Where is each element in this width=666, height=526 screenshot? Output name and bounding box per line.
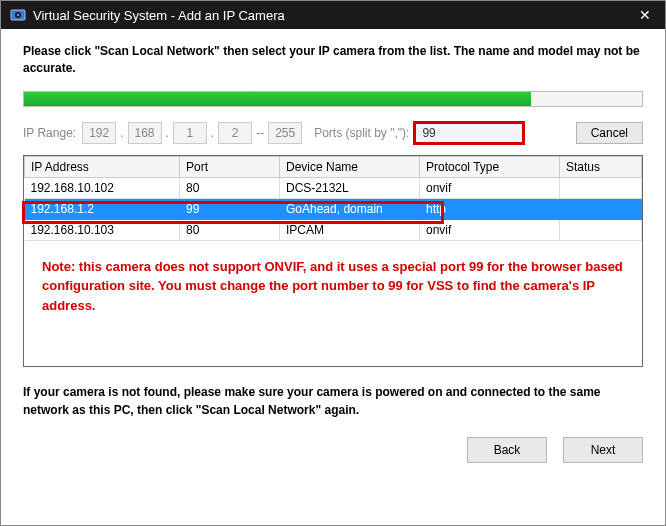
col-device[interactable]: Device Name xyxy=(280,156,420,177)
ip-range-label: IP Range: xyxy=(23,126,76,140)
ip-octet-3[interactable] xyxy=(173,122,207,144)
cell-device: IPCAM xyxy=(280,219,420,240)
back-button[interactable]: Back xyxy=(467,437,547,463)
titlebar: Virtual Security System - Add an IP Came… xyxy=(1,1,665,29)
cell-port: 80 xyxy=(180,177,280,198)
footer: Back Next xyxy=(1,429,665,477)
cell-proto: onvif xyxy=(420,219,560,240)
footer-spacer xyxy=(39,437,129,461)
ports-label: Ports (split by ","): xyxy=(314,126,409,140)
window-title: Virtual Security System - Add an IP Came… xyxy=(33,8,285,23)
dot: . xyxy=(166,126,169,140)
close-icon[interactable]: ✕ xyxy=(633,7,657,23)
cell-port: 80 xyxy=(180,219,280,240)
cell-port: 99 xyxy=(180,198,280,219)
dot: . xyxy=(120,126,123,140)
table-row[interactable]: 192.168.1.2 99 GoAhead, domain http xyxy=(25,198,642,219)
scan-progress-bar xyxy=(23,91,643,107)
cell-status xyxy=(560,177,642,198)
cell-status xyxy=(560,219,642,240)
cell-ip: 192.168.10.103 xyxy=(25,219,180,240)
dot: . xyxy=(211,126,214,140)
progress-fill xyxy=(24,92,531,106)
cell-proto: onvif xyxy=(420,177,560,198)
range-dash: -- xyxy=(256,126,264,140)
help-text: If your camera is not found, please make… xyxy=(23,383,643,419)
cell-device: DCS-2132L xyxy=(280,177,420,198)
cancel-button[interactable]: Cancel xyxy=(576,122,643,144)
annotation-note: Note: this camera does not support ONVIF… xyxy=(24,241,642,324)
cell-device: GoAhead, domain xyxy=(280,198,420,219)
ports-input[interactable] xyxy=(413,121,525,145)
content-area: Please click "Scan Local Network" then s… xyxy=(1,29,665,429)
instructions-text: Please click "Scan Local Network" then s… xyxy=(23,43,643,77)
svg-point-2 xyxy=(17,14,19,16)
cell-ip: 192.168.1.2 xyxy=(25,198,180,219)
cell-ip: 192.168.10.102 xyxy=(25,177,180,198)
camera-table: IP Address Port Device Name Protocol Typ… xyxy=(24,156,642,241)
table-row[interactable]: 192.168.10.102 80 DCS-2132L onvif xyxy=(25,177,642,198)
camera-table-wrap: IP Address Port Device Name Protocol Typ… xyxy=(23,155,643,367)
next-button[interactable]: Next xyxy=(563,437,643,463)
col-status[interactable]: Status xyxy=(560,156,642,177)
table-row[interactable]: 192.168.10.103 80 IPCAM onvif xyxy=(25,219,642,240)
cell-proto: http xyxy=(420,198,560,219)
ip-range-row: IP Range: . . . -- Ports (split by ","):… xyxy=(23,121,643,145)
app-icon xyxy=(9,6,27,24)
ip-octet-1[interactable] xyxy=(82,122,116,144)
ip-octet-4a[interactable] xyxy=(218,122,252,144)
col-ip[interactable]: IP Address xyxy=(25,156,180,177)
ip-octet-4b[interactable] xyxy=(268,122,302,144)
col-proto[interactable]: Protocol Type xyxy=(420,156,560,177)
cell-status xyxy=(560,198,642,219)
col-port[interactable]: Port xyxy=(180,156,280,177)
ip-octet-2[interactable] xyxy=(128,122,162,144)
